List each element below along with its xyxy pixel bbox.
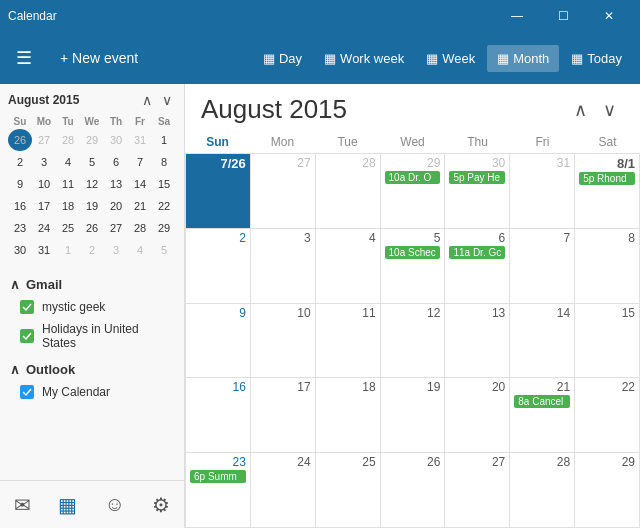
new-event-button[interactable]: + New event [44,42,154,74]
mini-cal-day[interactable]: 31 [128,129,152,151]
mini-cal-day[interactable]: 11 [56,173,80,195]
event-chip[interactable]: 8a Cancel [514,395,570,408]
week-view-button[interactable]: ▦ Week [416,45,485,72]
mini-cal-day[interactable]: 19 [80,195,104,217]
mini-cal-day[interactable]: 2 [80,239,104,261]
mini-cal-day[interactable]: 29 [152,217,176,239]
mini-cal-day[interactable]: 12 [80,173,104,195]
event-chip[interactable]: 11a Dr. Gc [449,246,505,259]
mini-cal-day[interactable]: 3 [104,239,128,261]
cal-cell[interactable]: 11 [316,304,381,379]
hamburger-button[interactable]: ☰ [8,39,40,77]
mini-cal-day[interactable]: 4 [56,151,80,173]
mini-cal-day[interactable]: 27 [32,129,56,151]
mini-cal-day[interactable]: 14 [128,173,152,195]
cal-cell[interactable]: 611a Dr. Gc [445,229,510,304]
cal-cell[interactable]: 22 [575,378,640,453]
mini-cal-day[interactable]: 26 [80,217,104,239]
cal-cell[interactable]: 18 [316,378,381,453]
mini-cal-day[interactable]: 27 [104,217,128,239]
today-view-button[interactable]: ▦ Today [561,45,632,72]
cal-cell[interactable]: 29 [575,453,640,528]
cal-cell[interactable]: 17 [251,378,316,453]
mini-cal-day[interactable]: 4 [128,239,152,261]
mini-cal-day[interactable]: 5 [80,151,104,173]
cal-cell[interactable]: 7/26 [186,154,251,229]
mini-cal-day[interactable]: 15 [152,173,176,195]
cal-cell[interactable]: 10 [251,304,316,379]
cal-cell[interactable]: 8/15p Rhond [575,154,640,229]
mystic-geek-item[interactable]: mystic geek [0,296,184,318]
mini-cal-day[interactable]: 6 [104,151,128,173]
mini-cal-prev-button[interactable]: ∧ [138,92,156,108]
cal-cell[interactable]: 7 [510,229,575,304]
mini-cal-day[interactable]: 1 [56,239,80,261]
mini-cal-day[interactable]: 2 [8,151,32,173]
cal-cell[interactable]: 8 [575,229,640,304]
cal-cell[interactable]: 12 [381,304,446,379]
cal-cell[interactable]: 15 [575,304,640,379]
cal-cell[interactable]: 26 [381,453,446,528]
holidays-us-checkbox[interactable] [20,329,34,343]
mini-cal-day[interactable]: 1 [152,129,176,151]
settings-nav-button[interactable]: ⚙ [144,485,178,525]
mini-cal-day[interactable]: 22 [152,195,176,217]
mini-cal-day[interactable]: 28 [56,129,80,151]
cal-cell[interactable]: 16 [186,378,251,453]
mini-cal-day[interactable]: 16 [8,195,32,217]
event-chip[interactable]: 5p Rhond [579,172,635,185]
cal-cell[interactable]: 2910a Dr. O [381,154,446,229]
event-chip[interactable]: 10a Schec [385,246,441,259]
event-chip[interactable]: 6p Summ [190,470,246,483]
cal-cell[interactable]: 305p Pay He [445,154,510,229]
cal-cell[interactable]: 27 [251,154,316,229]
mini-cal-day[interactable]: 9 [8,173,32,195]
minimize-button[interactable]: — [494,0,540,32]
cal-cell[interactable]: 19 [381,378,446,453]
cal-cell[interactable]: 28 [510,453,575,528]
cal-cell[interactable]: 2 [186,229,251,304]
gmail-group-header[interactable]: ∧ Gmail [0,269,184,296]
mini-cal-day[interactable]: 30 [104,129,128,151]
mini-cal-day[interactable]: 13 [104,173,128,195]
cal-cell[interactable]: 13 [445,304,510,379]
event-chip[interactable]: 5p Pay He [449,171,505,184]
cal-cell[interactable]: 9 [186,304,251,379]
workweek-view-button[interactable]: ▦ Work week [314,45,414,72]
close-button[interactable]: ✕ [586,0,632,32]
cal-prev-button[interactable]: ∧ [566,95,595,125]
cal-cell[interactable]: 24 [251,453,316,528]
mini-cal-day[interactable]: 3 [32,151,56,173]
cal-cell[interactable]: 218a Cancel [510,378,575,453]
mini-cal-day[interactable]: 20 [104,195,128,217]
mini-cal-day[interactable]: 23 [8,217,32,239]
calendar-nav-button[interactable]: ▦ [50,485,85,525]
cal-cell[interactable]: 14 [510,304,575,379]
cal-cell[interactable]: 31 [510,154,575,229]
mini-cal-next-button[interactable]: ∨ [158,92,176,108]
day-view-button[interactable]: ▦ Day [253,45,312,72]
cal-cell[interactable]: 27 [445,453,510,528]
mini-cal-day[interactable]: 17 [32,195,56,217]
mini-cal-day[interactable]: 8 [152,151,176,173]
mini-cal-day[interactable]: 10 [32,173,56,195]
cal-cell[interactable]: 510a Schec [381,229,446,304]
mini-cal-day[interactable]: 18 [56,195,80,217]
people-nav-button[interactable]: ☺ [96,485,132,524]
mail-nav-button[interactable]: ✉ [6,485,39,525]
mini-cal-day[interactable]: 30 [8,239,32,261]
maximize-button[interactable]: ☐ [540,0,586,32]
mini-cal-day[interactable]: 31 [32,239,56,261]
outlook-group-header[interactable]: ∧ Outlook [0,354,184,381]
my-calendar-item[interactable]: My Calendar [0,381,184,403]
cal-cell[interactable]: 28 [316,154,381,229]
mini-cal-day[interactable]: 5 [152,239,176,261]
mini-cal-day[interactable]: 29 [80,129,104,151]
event-chip[interactable]: 10a Dr. O [385,171,441,184]
mini-cal-day[interactable]: 21 [128,195,152,217]
mini-cal-day[interactable]: 7 [128,151,152,173]
my-calendar-checkbox[interactable] [20,385,34,399]
holidays-us-item[interactable]: Holidays in United States [0,318,184,354]
cal-cell[interactable]: 25 [316,453,381,528]
mini-cal-day[interactable]: 24 [32,217,56,239]
